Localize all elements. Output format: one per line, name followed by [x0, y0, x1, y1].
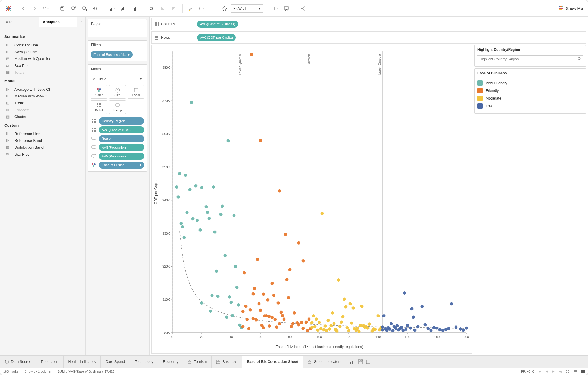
- analytics-item: ⧈Forecast: [4, 106, 81, 113]
- svg-rect-55: [94, 119, 96, 120]
- svg-point-228: [330, 324, 333, 327]
- pin-button[interactable]: [220, 4, 229, 13]
- legend-item[interactable]: Very Friendly: [477, 79, 583, 87]
- rows-pill[interactable]: AVG(GDP per Capita): [197, 34, 236, 41]
- marks-detail-button[interactable]: Detail: [91, 100, 107, 114]
- labels-button[interactable]: T: [208, 4, 218, 13]
- new-story-tab-button[interactable]: +: [366, 359, 370, 364]
- svg-text:×: ×: [136, 9, 137, 11]
- collapse-button[interactable]: ‹: [77, 17, 85, 27]
- new-worksheet-tab-button[interactable]: +: [350, 359, 355, 364]
- analytics-item[interactable]: ⊪Reference Line: [4, 130, 81, 137]
- tab-data[interactable]: Data: [0, 17, 39, 27]
- rows-shelf[interactable]: Rows AVG(GDP per Capita): [151, 31, 586, 44]
- nav-prev-button[interactable]: ◀: [546, 369, 548, 373]
- analytics-item[interactable]: ⊞Distribution Band: [4, 144, 81, 151]
- sheet-tab[interactable]: Population: [36, 356, 63, 368]
- mark-type-dropdown[interactable]: ○ Circle ▾: [91, 75, 144, 83]
- duplicate-sheet-button[interactable]: [119, 4, 128, 13]
- svg-point-6: [72, 7, 75, 8]
- marks-tooltip-button[interactable]: Tooltip: [109, 100, 126, 114]
- mark-pill[interactable]: Region: [99, 135, 144, 142]
- showme-button[interactable]: Show Me: [558, 6, 583, 11]
- svg-rect-324: [566, 370, 567, 371]
- save-button[interactable]: [58, 4, 67, 13]
- analytics-item-icon: ⧈: [6, 107, 11, 112]
- legend-item[interactable]: Low: [477, 102, 583, 110]
- presentation-button[interactable]: [282, 4, 291, 13]
- svg-text:+: +: [369, 359, 370, 362]
- mark-pill[interactable]: Ease of Busine..▾: [99, 162, 144, 169]
- sheet-tab[interactable]: Health Indicators: [64, 356, 101, 368]
- svg-rect-57: [94, 121, 96, 123]
- filter-pill[interactable]: Ease of Business (cl..▾: [91, 51, 133, 58]
- analytics-item[interactable]: ⊪Average Line: [4, 48, 81, 55]
- sheet-tab[interactable]: Ease of Biz Correlation Sheet: [242, 356, 303, 368]
- legend-item[interactable]: Moderate: [477, 95, 583, 102]
- view-sorter-grid-icon[interactable]: [566, 370, 569, 373]
- share-button[interactable]: [298, 4, 308, 13]
- new-dashboard-tab-button[interactable]: +: [358, 359, 363, 364]
- sort-desc-button[interactable]: [169, 4, 179, 13]
- highlight-input[interactable]: [477, 55, 583, 63]
- sort-asc-button[interactable]: [158, 4, 168, 13]
- forward-button[interactable]: [30, 4, 39, 13]
- mark-pill[interactable]: AVG(Population ..: [99, 144, 144, 151]
- marks-label-button[interactable]: TLabel: [128, 85, 144, 99]
- highlight-button[interactable]: [186, 4, 196, 13]
- marks-color-button[interactable]: Color: [91, 85, 107, 99]
- columns-shelf[interactable]: Columns AVG(Ease of Business): [151, 18, 586, 30]
- mark-pill[interactable]: AVG(Ease of Busi..: [99, 126, 144, 133]
- analytics-item-label: Cluster: [14, 115, 26, 119]
- analytics-item[interactable]: ⧈Box Plot: [4, 62, 81, 69]
- analytics-item[interactable]: ⊪Reference Band: [4, 137, 81, 144]
- analytics-item[interactable]: ⧈Box Plot: [4, 151, 81, 158]
- sheet-tab[interactable]: Care Spend: [101, 356, 130, 368]
- analytics-item[interactable]: ⊞Trend Line: [4, 100, 81, 106]
- analytics-item[interactable]: ▦Cluster: [4, 113, 81, 120]
- nav-first-button[interactable]: ⏮: [538, 370, 542, 373]
- refresh-button[interactable]: [91, 4, 101, 13]
- swap-button[interactable]: [147, 4, 156, 13]
- svg-rect-53: [116, 104, 120, 106]
- svg-point-218: [315, 317, 318, 321]
- pause-data-button[interactable]: [80, 4, 89, 13]
- analytics-item[interactable]: ⊞Median with Quartiles: [4, 55, 81, 62]
- back-button[interactable]: [19, 4, 28, 13]
- new-worksheet-button[interactable]: [108, 4, 117, 13]
- data-source-tab[interactable]: Data Source: [0, 356, 36, 368]
- marks-size-button[interactable]: Size: [109, 85, 126, 99]
- view-sorter-single-icon[interactable]: [581, 370, 585, 373]
- sheet-tab[interactable]: Global Indicators: [303, 356, 346, 368]
- viz-canvas[interactable]: $0K$10K$20K$30K$40K$50K$60K$70K$80K02040…: [151, 45, 472, 354]
- analytics-item[interactable]: ⊪Median with 95% CI: [4, 93, 81, 100]
- nav-last-button[interactable]: ⏭: [559, 370, 562, 373]
- svg-rect-37: [559, 6, 560, 7]
- analytics-item[interactable]: ⊪Constant Line: [4, 42, 81, 48]
- svg-rect-60: [92, 130, 93, 132]
- tab-analytics[interactable]: Analytics: [39, 17, 77, 27]
- view-sorter-list-icon[interactable]: [574, 370, 577, 373]
- sheet-tab[interactable]: Tourism: [183, 356, 212, 368]
- clear-sheet-button[interactable]: ×: [130, 4, 140, 13]
- mark-pill[interactable]: AVG(Population ..: [99, 153, 144, 160]
- legend-item[interactable]: Friendly: [477, 87, 583, 95]
- analytics-item[interactable]: ⊪Average with 95% CI: [4, 86, 81, 93]
- sheet-tab[interactable]: Technology: [130, 356, 158, 368]
- sheet-tab[interactable]: Economy: [158, 356, 183, 368]
- svg-point-287: [427, 327, 430, 330]
- undo-dropdown[interactable]: [41, 4, 50, 13]
- group-button[interactable]: [197, 4, 207, 13]
- legend-label: Very Friendly: [486, 81, 507, 85]
- nav-next-button[interactable]: ▶: [552, 369, 554, 373]
- fit-label: Fit Width: [233, 6, 247, 11]
- columns-pill[interactable]: AVG(Ease of Business): [197, 21, 238, 28]
- new-datasource-button[interactable]: +: [69, 4, 78, 13]
- mark-pill[interactable]: Country/Region: [99, 117, 144, 125]
- legend-label: Moderate: [486, 96, 501, 100]
- sheet-tab[interactable]: Business: [212, 356, 242, 368]
- show-cards-button[interactable]: [270, 4, 280, 13]
- fit-dropdown[interactable]: Fit Width ▾: [231, 4, 263, 13]
- svg-point-191: [277, 301, 280, 305]
- svg-point-132: [190, 101, 193, 104]
